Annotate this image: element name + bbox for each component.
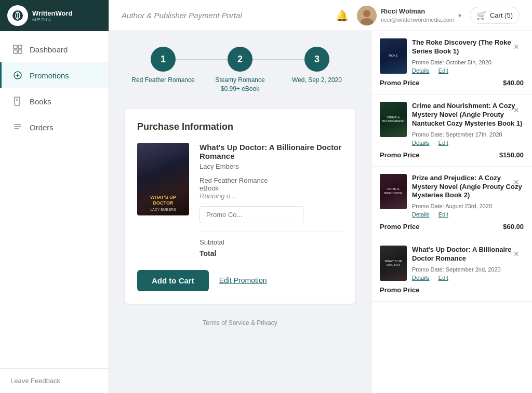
portal-title: Author & Publisher Payment Portal bbox=[122, 11, 336, 20]
cart-item-prize-wrapper: ✕ PRIZE & PREJUDICE Prize and Prejudice:… bbox=[380, 174, 524, 231]
cart-item-roke-title: The Roke Discovery (The Roke Series Book… bbox=[412, 38, 524, 56]
subtotal-section: Subtotal Total bbox=[200, 232, 343, 258]
roke-thumb-text: ROKE bbox=[380, 38, 407, 74]
sidebar-item-orders-label: Orders bbox=[30, 123, 54, 132]
cart-item-prize-price-row: Promo Price $60.00 bbox=[380, 223, 524, 231]
cart-item-whats-edit-link[interactable]: Edit bbox=[438, 275, 448, 281]
step-1-circle: 1 bbox=[151, 47, 176, 72]
cart-item-whats-details-link[interactable]: Details bbox=[412, 275, 430, 281]
cart-item-roke-header: ROKE The Roke Discovery (The Roke Series… bbox=[380, 38, 524, 74]
cart-item-crime-thumb: CRIME & NOURISHMENT bbox=[380, 102, 407, 137]
cart-item-roke-close-button[interactable]: ✕ bbox=[513, 43, 520, 51]
svg-rect-8 bbox=[15, 97, 20, 105]
svg-rect-3 bbox=[14, 45, 17, 49]
cart-item-prize-price-value: $60.00 bbox=[503, 223, 524, 231]
step-1-label: Red Feather Romance bbox=[131, 76, 194, 85]
step-2-label: Steamy Romance$0.99+ eBook bbox=[215, 76, 264, 93]
cart-item-whats-title: What's Up Doctor: A Billionaire Doctor R… bbox=[412, 246, 524, 263]
sidebar-item-books[interactable]: Books bbox=[0, 88, 109, 114]
main-content: Author & Publisher Payment Portal 🔔 Ricc… bbox=[109, 0, 532, 393]
svg-point-12 bbox=[363, 10, 370, 17]
cart-item-crime-price-row: Promo Price $150.00 bbox=[380, 151, 524, 159]
terms-privacy-link[interactable]: Terms of Service & Privacy bbox=[203, 319, 277, 327]
cart-item-roke-info: The Roke Discovery (The Roke Series Book… bbox=[412, 38, 524, 74]
cart-item-whats-wrapper: ✕ WHAT'S UP DOCTOR What's Up Doctor: A B… bbox=[380, 246, 524, 294]
step-2-wrapper: 2 Steamy Romance$0.99+ eBook bbox=[202, 47, 278, 93]
user-section[interactable]: Ricci Wolman ricci@writtenwordmedia.com … bbox=[357, 6, 461, 25]
cart-item-crime-details-link[interactable]: Details bbox=[412, 140, 430, 146]
cart-item-roke-price-label: Promo Price bbox=[380, 79, 420, 87]
cart-item-prize-edit-link[interactable]: Edit bbox=[438, 211, 448, 218]
svg-rect-6 bbox=[18, 50, 22, 53]
cart-item-prize-close-button[interactable]: ✕ bbox=[513, 178, 520, 186]
edit-promotion-button[interactable]: Edit Promotion bbox=[219, 276, 267, 284]
orders-icon bbox=[12, 121, 23, 133]
subtotal-row: Subtotal bbox=[200, 238, 343, 246]
total-row: Total bbox=[200, 249, 343, 258]
cart-item-whats-close-button[interactable]: ✕ bbox=[513, 250, 520, 258]
prize-thumb-text: PRIZE & PREJUDICE bbox=[380, 174, 407, 209]
sidebar-item-dashboard[interactable]: Dashboard bbox=[0, 36, 109, 62]
cart-sidebar: ✕ ROKE The Roke Discovery (The Roke Seri… bbox=[371, 31, 532, 393]
cart-label: Cart (5) bbox=[490, 11, 513, 19]
cart-item-crime-edit-link[interactable]: Edit bbox=[438, 140, 448, 146]
promo-code-input[interactable] bbox=[200, 206, 303, 223]
add-to-cart-button[interactable]: Add to Cart bbox=[137, 270, 209, 291]
total-label: Total bbox=[200, 249, 216, 258]
svg-rect-5 bbox=[14, 50, 17, 53]
cart-item-whats-info: What's Up Doctor: A Billionaire Doctor R… bbox=[412, 246, 524, 281]
cart-item-whats-price-label: Promo Price bbox=[380, 286, 420, 294]
cart-item-roke-edit-link[interactable]: Edit bbox=[438, 67, 448, 74]
user-name: Ricci Wolman bbox=[381, 7, 454, 16]
leave-feedback-button[interactable]: Leave Feedback bbox=[0, 368, 109, 393]
user-chevron-icon: ▾ bbox=[458, 12, 461, 19]
cart-item-prize-header: PRIZE & PREJUDICE Prize and Prejudice: A… bbox=[380, 174, 524, 218]
book-cover-title-text: What's Up Doctor bbox=[141, 195, 185, 206]
page-area: 1 Red Feather Romance 2 Steamy Romance$0… bbox=[109, 31, 532, 393]
sidebar-item-books-label: Books bbox=[30, 97, 51, 106]
cart-item-roke-price-value: $40.00 bbox=[503, 79, 524, 87]
cart-item-roke-date: Promo Date: October 5th, 2020 bbox=[412, 59, 524, 65]
cart-item-whats-thumb: WHAT'S UP DOCTOR bbox=[380, 246, 407, 281]
logo: WrittenWord MEDIA bbox=[0, 0, 109, 31]
avatar bbox=[357, 6, 377, 25]
promo-code-area bbox=[200, 206, 343, 223]
sidebar-item-promotions[interactable]: Promotions bbox=[0, 62, 109, 88]
cart-item-crime-info: Crime and Nourishment: A Cozy Mystery No… bbox=[412, 102, 524, 146]
book-cover-inner: What's Up Doctor LACY EMBERS bbox=[137, 143, 189, 215]
crime-thumb-text: CRIME & NOURISHMENT bbox=[380, 102, 407, 137]
purchase-title: Purchase Information bbox=[137, 121, 343, 132]
cart-item-whats-date: Promo Date: September 2nd, 2020 bbox=[412, 266, 524, 273]
cart-item-crime-price-label: Promo Price bbox=[380, 151, 420, 159]
cart-item-crime-title: Crime and Nourishment: A Cozy Mystery No… bbox=[412, 102, 524, 128]
cart-button[interactable]: 🛒 Cart (5) bbox=[470, 7, 520, 24]
sidebar-item-promotions-label: Promotions bbox=[30, 71, 69, 80]
list-item: ✕ ROKE The Roke Discovery (The Roke Seri… bbox=[371, 31, 532, 94]
cart-item-prize-links: Details · Edit bbox=[412, 211, 524, 218]
logo-icon bbox=[7, 5, 28, 26]
step-3-label: Wed, Sep 2, 2020 bbox=[292, 76, 342, 85]
purchase-row: What's Up Doctor LACY EMBERS What's Up D… bbox=[137, 143, 343, 258]
user-email: ricci@writtenwordmedia.com bbox=[381, 16, 454, 23]
logo-text: WrittenWord MEDIA bbox=[32, 9, 73, 22]
dashboard-icon bbox=[12, 44, 23, 55]
cart-item-crime-date: Promo Date: September 17th, 2020 bbox=[412, 131, 524, 138]
cart-item-prize-details-link[interactable]: Details bbox=[412, 211, 430, 218]
cart-item-roke-details-link[interactable]: Details bbox=[412, 67, 430, 74]
sidebar: WrittenWord MEDIA Dashboard bbox=[0, 0, 109, 393]
notification-bell-icon[interactable]: 🔔 bbox=[336, 9, 349, 22]
user-info: Ricci Wolman ricci@writtenwordmedia.com bbox=[381, 7, 454, 23]
cart-item-roke-wrapper: ✕ ROKE The Roke Discovery (The Roke Seri… bbox=[380, 38, 524, 87]
promotions-icon bbox=[12, 70, 23, 81]
header: Author & Publisher Payment Portal 🔔 Ricc… bbox=[109, 0, 532, 31]
cart-item-whats-links: Details · Edit bbox=[412, 275, 524, 281]
sidebar-item-orders[interactable]: Orders bbox=[0, 114, 109, 140]
action-buttons: Add to Cart Edit Promotion bbox=[137, 270, 343, 291]
cart-item-crime-links: Details · Edit bbox=[412, 140, 524, 146]
cart-item-crime-price-value: $150.00 bbox=[499, 151, 524, 159]
cart-item-prize-info: Prize and Prejudice: A Cozy Mystery Nove… bbox=[412, 174, 524, 218]
cart-item-crime-close-button[interactable]: ✕ bbox=[513, 106, 520, 114]
cart-item-roke-links: Details · Edit bbox=[412, 67, 524, 74]
books-icon bbox=[12, 96, 23, 107]
cart-item-roke-thumb: ROKE bbox=[380, 38, 407, 74]
